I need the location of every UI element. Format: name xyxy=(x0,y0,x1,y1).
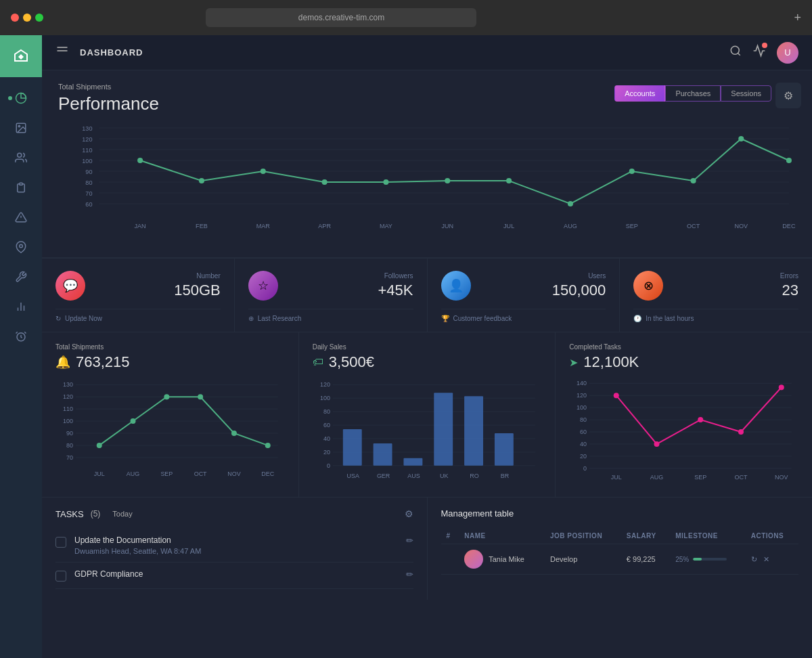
chart-card-tasks: Completed Tasks ➤ 12,100K xyxy=(556,332,812,497)
close-action[interactable]: ✕ xyxy=(763,555,769,563)
stat-header-number: 💬 Number 150GB xyxy=(55,271,221,301)
sidebar-item-charts[interactable] xyxy=(7,294,35,320)
svg-point-9 xyxy=(20,244,23,248)
new-tab-button[interactable]: + xyxy=(794,11,801,25)
svg-text:120: 120 xyxy=(577,392,587,399)
sidebar-item-alarm[interactable] xyxy=(7,324,35,349)
svg-text:20: 20 xyxy=(323,449,330,456)
task-content-1: Update the Documentation Dwuamish Head, … xyxy=(74,535,398,555)
logo-icon xyxy=(14,49,28,64)
svg-text:APR: APR xyxy=(318,223,331,229)
col-milestone: MILESTONE xyxy=(670,528,746,544)
stat-header-errors: ⊗ Errors 23 xyxy=(633,271,798,301)
stat-footer-number: ↻ Update Now xyxy=(55,309,221,322)
svg-point-133 xyxy=(698,417,704,422)
task-content-2: GDPR Compliance xyxy=(74,569,398,581)
maximize-dot[interactable] xyxy=(35,14,43,22)
stat-value-followers: +45K xyxy=(288,282,413,299)
tasks-gear-icon[interactable]: ⚙ xyxy=(405,508,413,519)
svg-text:OCT: OCT xyxy=(735,474,748,481)
task-edit-1[interactable]: ✏ xyxy=(406,535,413,546)
svg-marker-1 xyxy=(18,54,24,60)
svg-point-78 xyxy=(97,443,102,448)
task-name-1: Update the Documentation xyxy=(74,535,398,545)
row-name: Tania Mike xyxy=(459,544,545,575)
svg-point-135 xyxy=(779,385,784,390)
svg-text:120: 120 xyxy=(82,136,92,143)
svg-text:70: 70 xyxy=(85,190,92,197)
svg-point-47 xyxy=(199,178,204,183)
svg-text:MAY: MAY xyxy=(380,223,392,229)
svg-text:JUL: JUL xyxy=(94,470,105,477)
svg-text:80: 80 xyxy=(85,179,92,186)
menu-icon[interactable] xyxy=(55,44,69,61)
tab-accounts[interactable]: Accounts xyxy=(614,85,665,102)
address-bar[interactable]: demos.creative-tim.com xyxy=(206,8,476,27)
refresh-icon: ↻ xyxy=(55,315,61,322)
close-dot[interactable] xyxy=(11,14,19,22)
svg-point-4 xyxy=(18,125,20,127)
sidebar-item-tasks[interactable] xyxy=(7,175,35,200)
sidebar-item-pin[interactable] xyxy=(7,234,35,260)
svg-text:AUG: AUG xyxy=(650,474,663,481)
svg-point-134 xyxy=(738,429,744,435)
stat-label-users: Users xyxy=(480,272,606,280)
sidebar-item-alerts[interactable] xyxy=(7,204,35,230)
stat-info-number: Number 150GB xyxy=(95,272,221,299)
sidebar-logo[interactable] xyxy=(0,35,42,77)
settings-button[interactable]: ⚙ xyxy=(775,83,801,108)
svg-rect-106 xyxy=(403,458,422,466)
management-table: # NAME JOB POSITION SALARY MILESTONE ACT… xyxy=(441,528,799,575)
stat-footer-errors: 🕐 In the last hours xyxy=(633,309,798,322)
svg-text:AUG: AUG xyxy=(564,223,577,229)
bar-chart-icon xyxy=(15,301,27,313)
svg-text:DEC: DEC xyxy=(782,223,796,229)
sidebar-item-images[interactable] xyxy=(7,115,35,141)
svg-point-52 xyxy=(506,178,512,183)
stat-card-users: 👤 Users 150,000 🏆 Customer feedback xyxy=(428,259,620,332)
sidebar-item-tools[interactable] xyxy=(7,264,35,290)
svg-text:110: 110 xyxy=(82,147,92,154)
task-item-1: Update the Documentation Dwuamish Head, … xyxy=(55,529,413,563)
refresh-action[interactable]: ↻ xyxy=(751,555,757,563)
tasks-chart: 140 120 100 80 60 40 20 0 JUL AUG SEP xyxy=(569,378,798,486)
svg-text:0: 0 xyxy=(327,462,330,469)
svg-text:100: 100 xyxy=(320,395,330,401)
col-name: NAME xyxy=(459,528,545,544)
svg-text:110: 110 xyxy=(63,405,73,412)
tab-sessions[interactable]: Sessions xyxy=(721,85,771,102)
task-item-2: GDPR Compliance ✏ xyxy=(55,563,413,589)
svg-text:130: 130 xyxy=(82,125,92,132)
minimize-dot[interactable] xyxy=(23,14,31,22)
user-cell: Tania Mike xyxy=(464,550,539,569)
table-row: Tania Mike Develop € 99,225 25% xyxy=(441,544,799,575)
svg-text:USA: USA xyxy=(346,473,359,479)
management-table-card: Management table # NAME JOB POSITION SAL… xyxy=(428,498,813,600)
task-checkbox-2[interactable] xyxy=(55,571,66,582)
svg-text:80: 80 xyxy=(580,416,587,423)
sidebar-item-analytics[interactable] xyxy=(7,85,35,111)
search-icon[interactable] xyxy=(729,45,742,60)
pulse-icon[interactable] xyxy=(752,44,766,61)
row-milestone: 25% xyxy=(670,544,746,575)
clock-icon: 🕐 xyxy=(633,315,641,322)
chart-card-shipments: Total Shipments 🔔 763,215 xyxy=(42,332,298,497)
chat-icon: 💬 xyxy=(55,271,85,301)
avatar[interactable]: U xyxy=(777,42,798,64)
task-edit-2[interactable]: ✏ xyxy=(406,569,413,579)
svg-text:80: 80 xyxy=(66,442,73,449)
shipments-label: Total Shipments xyxy=(55,343,285,351)
svg-text:JUL: JUL xyxy=(611,474,622,481)
svg-point-82 xyxy=(231,431,237,436)
tab-purchases[interactable]: Purchases xyxy=(665,85,721,102)
table-header-row: # NAME JOB POSITION SALARY MILESTONE ACT… xyxy=(441,528,799,544)
task-checkbox-1[interactable] xyxy=(55,537,66,548)
svg-point-53 xyxy=(568,201,573,206)
svg-text:0: 0 xyxy=(583,465,587,472)
stat-value-users: 150,000 xyxy=(480,282,606,299)
svg-point-48 xyxy=(261,169,266,174)
svg-text:100: 100 xyxy=(63,418,73,424)
stat-footer-users: 🏆 Customer feedback xyxy=(441,309,606,322)
trophy-icon: 🏆 xyxy=(441,315,449,322)
sidebar-item-users[interactable] xyxy=(7,145,35,171)
